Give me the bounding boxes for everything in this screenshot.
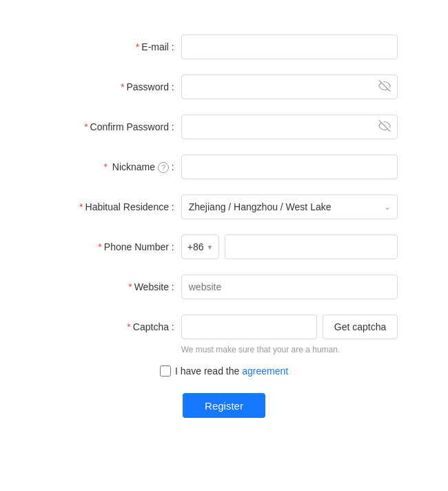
captcha-wrapper: Get captcha	[181, 314, 398, 339]
password-label: *Password :	[50, 81, 181, 92]
register-row: Register	[50, 393, 398, 418]
password-toggle-icon[interactable]	[378, 80, 391, 94]
website-row: *Website :	[50, 274, 398, 299]
confirm-password-row: *Confirm Password :	[50, 114, 398, 139]
website-field[interactable]	[181, 274, 398, 299]
website-label: *Website :	[50, 281, 181, 292]
habitual-residence-row: *Habitual Residence : Zhejiang / Hangzho…	[50, 194, 398, 219]
confirm-password-wrapper	[181, 114, 398, 139]
habitual-residence-wrapper: Zhejiang / Hangzhou / West Lake ⌄	[181, 194, 398, 219]
captcha-required: *	[127, 321, 130, 332]
confirm-password-field[interactable]	[181, 114, 398, 139]
captcha-label: *Captcha :	[50, 321, 181, 332]
confirm-password-label: *Confirm Password :	[50, 121, 181, 132]
phone-prefix-button[interactable]: +86 ▼	[181, 234, 220, 259]
agreement-row: I have read the agreement	[50, 365, 398, 377]
email-field[interactable]	[181, 34, 398, 59]
email-row: *E-mail :	[50, 34, 398, 59]
email-required: *	[136, 41, 139, 52]
phone-required: *	[98, 241, 101, 252]
website-required: *	[128, 281, 132, 292]
habitual-residence-select[interactable]: Zhejiang / Hangzhou / West Lake	[181, 194, 398, 219]
confirm-password-required: *	[84, 121, 88, 132]
habitual-residence-label: *Habitual Residence :	[50, 201, 181, 212]
register-button[interactable]: Register	[183, 393, 265, 418]
get-captcha-button[interactable]: Get captcha	[323, 314, 398, 339]
password-row: *Password :	[50, 74, 398, 99]
nickname-required: *	[103, 161, 107, 172]
nickname-label: * Nickname ? :	[50, 161, 181, 173]
registration-form: *E-mail : *Password : *Confirm Password …	[9, 14, 440, 439]
habitual-residence-required: *	[79, 201, 83, 212]
nickname-help-icon[interactable]: ?	[158, 162, 169, 173]
captcha-row: *Captcha : Get captcha	[50, 314, 398, 339]
captcha-hint: We must make sure that your are a human.	[181, 345, 398, 354]
nickname-row: * Nickname ? :	[50, 154, 398, 179]
phone-prefix-value: +86	[187, 241, 204, 252]
agreement-text: I have read the agreement	[175, 365, 288, 377]
email-label: *E-mail :	[50, 41, 181, 52]
password-field[interactable]	[181, 74, 398, 99]
confirm-password-toggle-icon[interactable]	[378, 120, 391, 134]
phone-number-label: *Phone Number :	[50, 241, 181, 252]
agreement-link[interactable]: agreement	[242, 365, 288, 377]
phone-prefix-arrow-icon: ▼	[207, 243, 214, 251]
password-required: *	[121, 81, 124, 92]
password-wrapper	[181, 74, 398, 99]
phone-input-field[interactable]	[225, 234, 398, 259]
captcha-field[interactable]	[181, 314, 317, 339]
agreement-checkbox[interactable]	[160, 365, 171, 377]
phone-number-row: *Phone Number : +86 ▼	[50, 234, 398, 259]
phone-wrapper: +86 ▼	[181, 234, 398, 259]
nickname-field[interactable]	[181, 154, 398, 179]
